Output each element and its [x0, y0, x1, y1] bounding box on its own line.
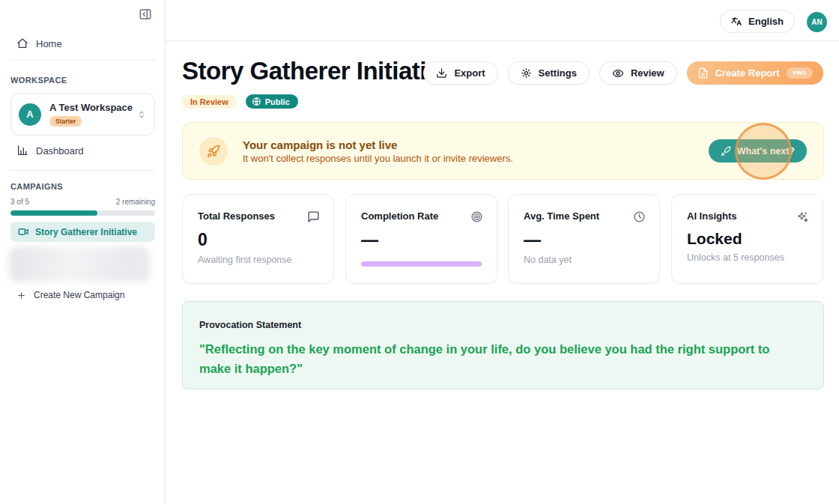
whats-next-label: What's next? — [737, 146, 795, 157]
stat-subtext: Unlocks at 5 responses — [687, 252, 808, 263]
sparkles-icon — [796, 210, 809, 224]
status-badge: In Review — [182, 95, 237, 109]
download-icon — [436, 67, 447, 79]
campaign-usage-row: 3 of 5 2 remaining — [10, 198, 155, 206]
campaigns-used-text: 3 of 5 — [10, 198, 29, 206]
export-label: Export — [454, 67, 485, 79]
create-report-button[interactable]: Create Report PRO — [687, 61, 823, 85]
stat-value: — — [524, 230, 644, 250]
home-icon — [16, 37, 28, 49]
banner-title: Your campaign is not yet live — [243, 139, 513, 151]
stat-card-completion-rate: Completion Rate — — [345, 194, 497, 284]
workspace-plan-badge: Starter — [49, 116, 82, 127]
visibility-badge: Public — [246, 94, 298, 109]
banner-subtitle: It won't collect responses until you lau… — [243, 153, 513, 164]
stat-label: AI Insights — [687, 210, 808, 222]
review-label: Review — [631, 67, 664, 79]
target-icon — [470, 210, 483, 223]
gear-icon — [521, 67, 532, 79]
create-report-label: Create Report — [715, 67, 780, 79]
campaign-item-label: Story Gatherer Initiative — [35, 227, 137, 237]
collapse-sidebar-button[interactable] — [139, 7, 154, 22]
create-campaign-button[interactable]: Create New Campaign — [16, 290, 124, 300]
sidebar-item-label: Home — [36, 38, 62, 49]
sidebar-item-home[interactable]: Home — [16, 37, 62, 49]
sidebar-divider — [10, 60, 155, 61]
rocket-icon — [199, 137, 228, 166]
workspace-section-label: WORKSPACE — [10, 76, 67, 85]
campaign-badges: In Review Public — [182, 94, 298, 109]
stat-card-avg-time: Avg. Time Spent — No data yet — [508, 194, 660, 284]
export-button[interactable]: Export — [423, 61, 497, 85]
chevrons-up-down-icon — [136, 109, 147, 120]
page-title: Story Gatherer Initiative — [182, 57, 453, 85]
language-button[interactable]: English — [720, 10, 795, 33]
visibility-badge-label: Public — [265, 97, 290, 106]
stat-subtext: No data yet — [524, 255, 644, 265]
sidebar-item-campaign-active[interactable]: Story Gatherer Initiative — [10, 222, 155, 242]
stat-label: Total Responses — [198, 210, 318, 222]
whats-next-button[interactable]: What's next? — [709, 139, 807, 163]
stat-value: — — [361, 230, 482, 250]
stat-label: Completion Rate — [361, 210, 482, 222]
document-icon — [697, 67, 709, 79]
campaign-usage-progress — [10, 210, 155, 216]
sidebar-divider — [10, 170, 155, 171]
campaign-status-banner: Your campaign is not yet live It won't c… — [182, 122, 824, 180]
workspace-info: A Test Workspace Starter — [49, 102, 136, 127]
rocket-icon — [721, 146, 731, 157]
sidebar: Home WORKSPACE A A Test Workspace Starte… — [0, 0, 166, 504]
language-label: English — [748, 16, 784, 27]
globe-icon — [252, 97, 261, 106]
stat-card-total-responses: Total Responses 0 Awaiting first respons… — [182, 194, 334, 284]
chat-bubble-icon — [307, 210, 320, 223]
workspace-avatar: A — [19, 103, 41, 126]
eye-icon — [612, 67, 624, 79]
banner-text: Your campaign is not yet live It won't c… — [243, 139, 513, 164]
user-avatar[interactable]: AN — [807, 12, 827, 32]
pro-badge: PRO — [787, 67, 813, 79]
stat-card-ai-insights: AI Insights Locked Unlocks at 5 response… — [671, 194, 823, 284]
campaigns-section-label: CAMPAIGNS — [10, 182, 63, 191]
sidebar-item-label: Dashboard — [36, 145, 84, 157]
create-campaign-label: Create New Campaign — [34, 290, 124, 300]
completion-progress-bar — [361, 261, 482, 267]
top-bar: English AN — [166, 0, 839, 41]
clock-icon — [633, 210, 646, 223]
settings-button[interactable]: Settings — [508, 61, 590, 85]
stat-subtext: Awaiting first response — [198, 255, 318, 265]
translate-icon — [731, 16, 742, 27]
provocation-label: Provocation Statement — [199, 320, 807, 330]
stat-value: Locked — [687, 230, 808, 248]
stat-label: Avg. Time Spent — [524, 210, 644, 222]
app-root: Home WORKSPACE A A Test Workspace Starte… — [0, 0, 839, 504]
campaign-skeleton-placeholder — [9, 247, 150, 282]
video-camera-icon — [18, 226, 29, 237]
review-button[interactable]: Review — [599, 61, 677, 85]
sidebar-item-dashboard[interactable]: Dashboard — [16, 145, 84, 157]
bar-chart-icon — [16, 145, 28, 157]
provocation-quote: "Reflecting on the key moment of change … — [199, 339, 799, 379]
provocation-statement-card: Provocation Statement "Reflecting on the… — [182, 301, 824, 389]
collapse-sidebar-icon — [139, 7, 154, 21]
plus-icon — [16, 291, 26, 300]
workspace-name: A Test Workspace — [49, 102, 136, 113]
campaigns-remaining-text: 2 remaining — [116, 198, 155, 206]
settings-label: Settings — [539, 67, 577, 79]
workspace-selector[interactable]: A A Test Workspace Starter — [10, 93, 155, 136]
campaign-usage-progress-fill — [10, 210, 97, 216]
header-actions: Export Settings Review Create Report PRO — [423, 61, 823, 85]
stat-value: 0 — [198, 230, 318, 250]
